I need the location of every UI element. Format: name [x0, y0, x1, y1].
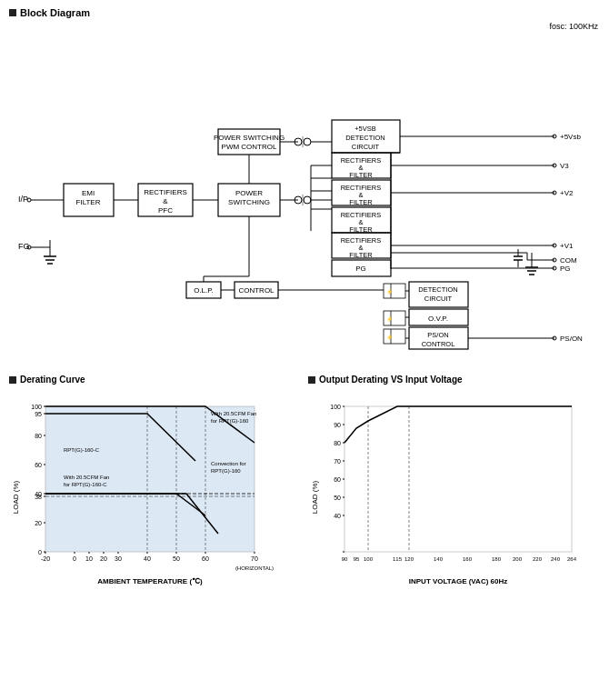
output-derating-title: Output Derating VS Input Voltage [319, 375, 463, 385]
svg-text:EMI: EMI [82, 189, 95, 197]
svg-text:CIRCUIT: CIRCUIT [424, 295, 453, 303]
svg-text:50: 50 [173, 555, 180, 562]
svg-text:LOAD (%): LOAD (%) [12, 480, 20, 514]
svg-text:CIRCUIT: CIRCUIT [352, 143, 380, 151]
output-derating-title-header: Output Derating VS Input Voltage [308, 375, 598, 385]
svg-text:70: 70 [251, 555, 258, 562]
output-derating-chart: LOAD (%) 100 90 80 70 60 50 4 [308, 388, 598, 608]
svg-text:30: 30 [115, 555, 122, 562]
svg-text:160: 160 [463, 556, 473, 562]
block-diagram-area: fosc: 100KHz I/P FG EMI FILTER RECT [9, 22, 598, 367]
svg-text:PS/ON: PS/ON [427, 331, 448, 339]
svg-text:for RPT(G)-160: for RPT(G)-160 [211, 418, 249, 424]
svg-text:PS/ON: PS/ON [560, 335, 583, 343]
svg-text:FILTER: FILTER [349, 251, 373, 259]
svg-text:80: 80 [35, 433, 42, 439]
svg-text:20: 20 [100, 555, 107, 562]
derating-curve-chart: LOAD (%) 100 95 80 [9, 388, 299, 608]
svg-text:⚡: ⚡ [386, 288, 394, 295]
header-square [9, 9, 16, 16]
svg-text:DETECTION: DETECTION [345, 134, 384, 142]
svg-text:60: 60 [334, 476, 341, 483]
svg-text:O.L.P.: O.L.P. [194, 286, 214, 295]
svg-text:50: 50 [334, 495, 341, 501]
svg-text:FILTER: FILTER [349, 171, 373, 179]
output-derating-section: Output Derating VS Input Voltage LOAD (%… [308, 375, 598, 608]
svg-rect-173 [344, 406, 572, 552]
svg-text:⚡: ⚡ [386, 334, 394, 341]
svg-text:PG: PG [355, 265, 366, 273]
svg-text:95: 95 [35, 411, 42, 417]
svg-text:180: 180 [492, 556, 502, 562]
svg-text:-20: -20 [41, 555, 50, 562]
fosc-label: fosc: 100KHz [549, 22, 598, 31]
svg-text:(HORIZONTAL): (HORIZONTAL) [235, 565, 274, 571]
svg-text:FILTER: FILTER [76, 198, 101, 206]
svg-text:FILTER: FILTER [349, 198, 373, 206]
svg-text:40: 40 [334, 513, 341, 519]
svg-text:90: 90 [334, 422, 341, 428]
svg-text:INPUT VOLTAGE (VAC) 60Hz: INPUT VOLTAGE (VAC) 60Hz [409, 577, 507, 585]
svg-text:100: 100 [364, 556, 374, 562]
svg-text:for RPT(G)-160-C: for RPT(G)-160-C [64, 482, 107, 487]
svg-text:115: 115 [393, 556, 403, 562]
svg-text:+V2: +V2 [560, 189, 574, 197]
svg-text:POWER SWITCHING: POWER SWITCHING [214, 134, 285, 142]
svg-text:264: 264 [567, 556, 577, 562]
block-diagram-header: Block Diagram [9, 7, 600, 18]
svg-text:100: 100 [330, 404, 341, 410]
svg-text:0: 0 [38, 549, 42, 555]
svg-text:COM: COM [560, 256, 577, 265]
svg-text:PFC: PFC [158, 206, 173, 215]
svg-text:CONTROL: CONTROL [238, 286, 275, 295]
svg-text:I/P: I/P [18, 195, 28, 204]
derating-square [9, 376, 16, 384]
svg-text:+V1: +V1 [560, 242, 574, 250]
svg-text:PG: PG [560, 265, 571, 273]
svg-text:RPT(G)-160: RPT(G)-160 [211, 468, 241, 474]
svg-text:SWITCHING: SWITCHING [228, 198, 270, 206]
block-diagram-title: Block Diagram [20, 7, 90, 18]
svg-text:⚡: ⚡ [386, 315, 394, 323]
svg-text:PWM CONTROL: PWM CONTROL [222, 143, 277, 151]
svg-text:40: 40 [144, 555, 151, 562]
svg-text:70: 70 [334, 458, 341, 465]
svg-text:60: 60 [35, 462, 42, 468]
svg-text:95: 95 [354, 556, 360, 562]
svg-text:10: 10 [85, 555, 93, 562]
output-derating-square [308, 376, 315, 384]
svg-text:CONTROL: CONTROL [422, 340, 455, 348]
svg-text:90: 90 [342, 556, 348, 562]
derating-curve-title-header: Derating Curve [9, 375, 299, 385]
svg-text:120: 120 [404, 556, 414, 562]
svg-text:LOAD (%): LOAD (%) [311, 480, 319, 514]
svg-text:+5Vsb: +5Vsb [560, 133, 581, 141]
svg-text:&: & [163, 197, 168, 205]
svg-text:With 20.5CFM Fan: With 20.5CFM Fan [211, 411, 256, 416]
svg-text:60: 60 [202, 555, 209, 562]
block-diagram-svg: I/P FG EMI FILTER RECTIFIERS & PFC [9, 31, 598, 358]
svg-text:0: 0 [73, 555, 76, 562]
svg-text:RECTIFIERS: RECTIFIERS [144, 188, 187, 196]
svg-text:20: 20 [35, 520, 42, 526]
svg-text:O.V.P.: O.V.P. [428, 315, 448, 323]
svg-text:100: 100 [31, 404, 42, 410]
svg-text:AMBIENT TEMPERATURE (℃): AMBIENT TEMPERATURE (℃) [97, 577, 203, 585]
svg-text:Convection for: Convection for [211, 461, 246, 466]
svg-text:140: 140 [434, 556, 444, 562]
svg-text:240: 240 [551, 556, 561, 562]
page: Block Diagram fosc: 100KHz I/P FG EMI FI… [0, 0, 609, 700]
svg-text:200: 200 [513, 556, 523, 562]
svg-text:80: 80 [334, 440, 341, 446]
svg-text:DETECTION: DETECTION [418, 285, 457, 294]
svg-text:RPT(G)-160-C: RPT(G)-160-C [64, 447, 100, 453]
svg-text:+5VSB: +5VSB [354, 125, 376, 133]
derating-curve-section: Derating Curve LOAD (%) 100 95 [9, 375, 299, 608]
bottom-section: Derating Curve LOAD (%) 100 95 [9, 375, 598, 608]
svg-text:POWER: POWER [235, 189, 263, 197]
svg-text:With 20.5CFM Fan: With 20.5CFM Fan [64, 475, 109, 480]
derating-curve-title: Derating Curve [20, 375, 85, 385]
svg-text:220: 220 [533, 556, 543, 562]
svg-text:V3: V3 [560, 162, 569, 170]
svg-text:38: 38 [35, 494, 42, 500]
